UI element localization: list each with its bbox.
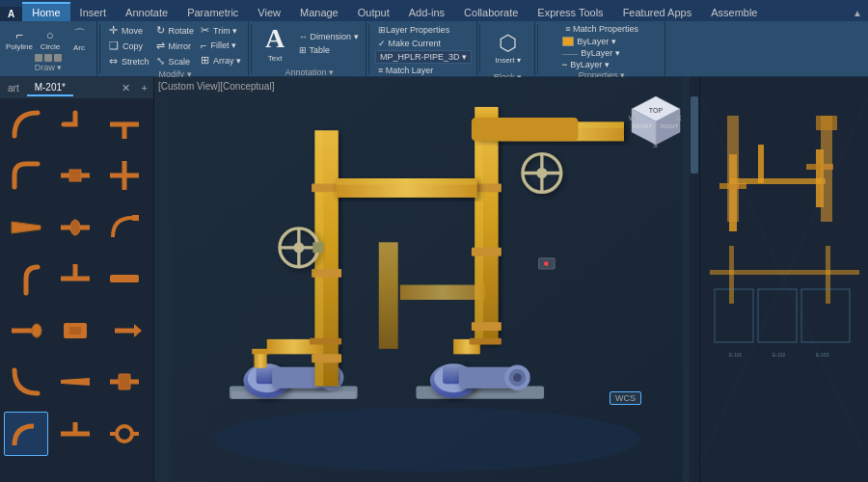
part-tee-1[interactable] <box>102 102 147 147</box>
doc-tab-add[interactable]: + <box>136 80 153 95</box>
part-cross-1[interactable] <box>102 153 147 198</box>
part-elbow-3[interactable] <box>4 360 48 404</box>
draw-shape-3 <box>54 54 62 62</box>
svg-rect-99 <box>821 116 832 222</box>
svg-rect-103 <box>826 246 830 304</box>
linetype-row: —— ByLayer ▾ <box>562 48 620 58</box>
part-coupling-1[interactable] <box>53 153 97 198</box>
circle-icon: ○ <box>46 28 54 42</box>
scrollbar-thumb[interactable] <box>691 96 698 174</box>
text-button[interactable]: A Text <box>258 19 292 67</box>
table-button[interactable]: ⊞ Table <box>296 44 362 56</box>
arc-icon: ⌒ <box>73 26 86 43</box>
svg-text:E-102: E-102 <box>773 352 786 358</box>
part-elbow-4[interactable] <box>4 412 48 456</box>
layer-name-display[interactable]: MP_HPLR-PIPE_3D ▾ <box>375 50 472 64</box>
main-viewport[interactable]: [Custom View][Conceptual] <box>154 77 699 482</box>
match-layer-button[interactable]: ≡ Match Layer <box>375 65 436 76</box>
svg-rect-71 <box>472 118 579 141</box>
stretch-button[interactable]: ⇔ Stretch <box>106 54 152 68</box>
svg-text:E: E <box>677 115 682 121</box>
rotate-button[interactable]: ↻ Rotate <box>153 23 198 38</box>
svg-marker-6 <box>12 222 41 233</box>
svg-rect-94 <box>758 145 764 183</box>
part-elbow-90-2[interactable] <box>4 153 48 198</box>
part-reducer-1[interactable] <box>4 205 48 250</box>
doc-tab-close[interactable]: ✕ <box>116 80 136 96</box>
svg-text:TOP: TOP <box>649 107 664 114</box>
part-plug-1[interactable] <box>102 308 147 353</box>
part-elbow-45-1[interactable] <box>4 102 48 147</box>
scale-button[interactable]: ⤡ Scale <box>153 54 198 68</box>
svg-rect-98 <box>727 116 739 222</box>
tab-home[interactable]: Home <box>22 2 69 21</box>
svg-text:RIGHT: RIGHT <box>661 123 679 129</box>
viewport-label: [Custom View][Conceptual] <box>158 81 274 92</box>
document-tab-bar: art M-201* ✕ + <box>0 77 153 98</box>
copy-icon: ❑ <box>109 40 119 52</box>
svg-rect-38 <box>252 349 269 355</box>
scale-icon: ⤡ <box>156 55 165 67</box>
dimension-button[interactable]: ↔ Dimension ▾ <box>296 31 362 42</box>
part-extra-1[interactable] <box>102 412 147 456</box>
svg-rect-102 <box>729 246 734 304</box>
part-tee-3[interactable] <box>53 412 97 456</box>
array-button[interactable]: ⊞ Array ▾ <box>198 53 244 67</box>
polyline-button[interactable]: ⌐ Polyline <box>4 24 35 54</box>
svg-rect-63 <box>312 242 323 253</box>
part-bushing-1[interactable] <box>53 308 97 353</box>
text-icon: A <box>265 23 285 54</box>
svg-point-79 <box>544 261 548 265</box>
part-coupling-2[interactable] <box>102 360 147 404</box>
svg-point-67 <box>536 168 547 178</box>
tab-express[interactable]: Express Tools <box>528 4 612 21</box>
ribbon-group-properties: ≡ Match Properties ByLayer ▾ —— ByLayer … <box>540 21 665 76</box>
part-reducer-2[interactable] <box>53 360 97 404</box>
tab-annotate[interactable]: Annotate <box>116 4 177 21</box>
svg-rect-3 <box>69 170 81 181</box>
arc-button[interactable]: ⌒ Arc <box>66 24 93 54</box>
part-union-1[interactable] <box>53 205 97 250</box>
trim-button[interactable]: ✂ Trim ▾ <box>198 23 244 38</box>
svg-marker-16 <box>134 324 142 337</box>
ribbon-tab-bar: A Home Insert Annotate Parametric View M… <box>0 0 868 21</box>
part-tee-2[interactable] <box>53 256 97 301</box>
part-elbow-2[interactable] <box>4 256 48 301</box>
color-row: ByLayer ▾ <box>562 37 616 46</box>
tab-featured[interactable]: Featured Apps <box>613 4 702 21</box>
svg-point-27 <box>213 408 639 471</box>
tab-parametric[interactable]: Parametric <box>177 4 248 21</box>
polyline-icon: ⌐ <box>15 28 23 42</box>
layer-properties-button[interactable]: ⊞ Layer Properties <box>375 23 452 37</box>
part-elbow-90-1[interactable] <box>53 102 97 147</box>
part-elbow-street-1[interactable] <box>102 205 147 250</box>
part-cap-1[interactable] <box>4 308 48 353</box>
rotate-icon: ↻ <box>156 24 165 37</box>
copy-button[interactable]: ❑ Copy <box>106 39 152 53</box>
doc-tab-m201[interactable]: M-201* <box>27 80 73 96</box>
move-button[interactable]: ✛ Move <box>106 23 152 38</box>
circle-button[interactable]: ○ Circle <box>37 24 64 54</box>
tab-insert[interactable]: Insert <box>70 4 117 21</box>
tab-collaborate[interactable]: Collaborate <box>454 4 528 21</box>
nav-cube[interactable]: TOP RIGHT FRONT W E S <box>627 92 685 149</box>
right-panel-drawing: E-101 E-102 E-103 <box>700 77 868 482</box>
match-properties-button[interactable]: ≡ Match Properties <box>562 23 641 35</box>
svg-rect-50 <box>312 269 341 278</box>
part-nipple-1[interactable] <box>102 256 147 301</box>
svg-text:FRONT: FRONT <box>633 123 653 129</box>
fillet-icon: ⌐ <box>201 40 206 51</box>
ribbon-minimize[interactable]: ▲ <box>847 5 868 21</box>
tab-assemble[interactable]: Assemble <box>701 4 767 21</box>
array-icon: ⊞ <box>201 54 209 67</box>
vertical-scrollbar[interactable] <box>690 77 699 482</box>
right-panel: E-101 E-102 E-103 <box>699 77 868 482</box>
insert-button[interactable]: ⬡ Insert ▾ <box>489 23 526 71</box>
mirror-button[interactable]: ⇌ Mirror <box>153 39 198 53</box>
doc-tab-art[interactable]: art <box>0 81 27 95</box>
move-icon: ✛ <box>109 24 118 37</box>
tab-addins[interactable]: Add-ins <box>399 4 454 21</box>
fillet-button[interactable]: ⌐ Fillet ▾ <box>198 39 244 52</box>
make-current-button[interactable]: ✓ Make Current <box>375 38 444 49</box>
svg-rect-11 <box>110 275 139 282</box>
